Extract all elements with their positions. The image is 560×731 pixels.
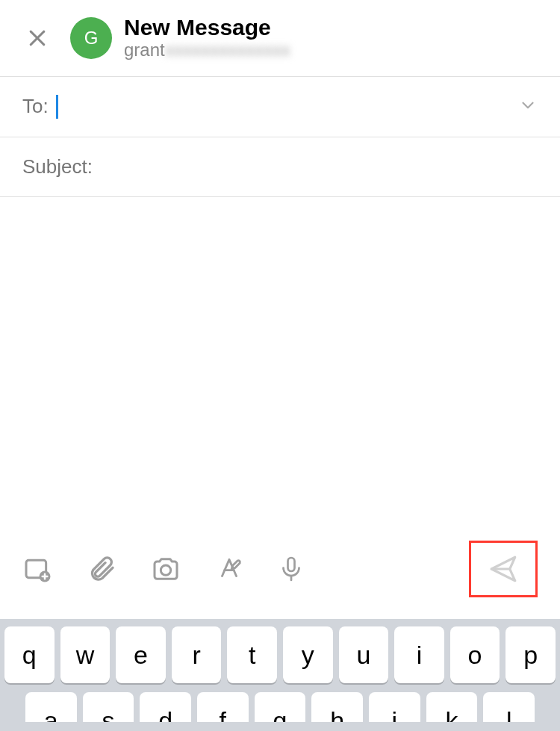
- compose-title: New Message: [124, 15, 290, 40]
- key-k[interactable]: k: [426, 692, 478, 722]
- key-j[interactable]: j: [369, 692, 420, 722]
- key-a[interactable]: a: [25, 692, 77, 722]
- send-icon: [488, 553, 519, 585]
- key-g[interactable]: g: [255, 692, 306, 722]
- subject-label: Subject:: [22, 155, 93, 178]
- compose-body[interactable]: [0, 197, 560, 518]
- sender-blurred: xxxxxxxxxxxxxx: [165, 40, 290, 60]
- key-d[interactable]: d: [140, 692, 191, 722]
- key-y[interactable]: y: [283, 626, 333, 683]
- key-l[interactable]: l: [483, 692, 535, 722]
- to-label: To:: [22, 95, 49, 118]
- insert-card-icon[interactable]: [22, 554, 52, 584]
- svg-point-6: [161, 565, 170, 575]
- text-cursor: [56, 95, 58, 119]
- keyboard: q w e r t y u i o p a s d f g h j k l: [0, 619, 560, 731]
- key-h[interactable]: h: [311, 692, 363, 722]
- chevron-down-icon[interactable]: [518, 96, 538, 118]
- key-t[interactable]: t: [227, 626, 277, 683]
- sender-line: grantxxxxxxxxxxxxxx: [124, 40, 290, 61]
- key-f[interactable]: f: [197, 692, 249, 722]
- subject-field-row[interactable]: Subject:: [0, 137, 560, 197]
- key-r[interactable]: r: [172, 626, 222, 683]
- key-p[interactable]: p: [505, 626, 556, 683]
- to-field-row[interactable]: To:: [0, 76, 560, 137]
- keyboard-row-2: a s d f g h j k l: [4, 692, 556, 722]
- key-s[interactable]: s: [83, 692, 134, 722]
- sender-prefix: grant: [124, 40, 165, 60]
- compose-header: G New Message grantxxxxxxxxxxxxxx: [0, 0, 560, 76]
- key-u[interactable]: u: [339, 626, 389, 683]
- sender-avatar: G: [70, 17, 112, 59]
- close-icon: [26, 27, 49, 49]
- attachment-icon[interactable]: [87, 554, 116, 584]
- title-block: New Message grantxxxxxxxxxxxxxx: [124, 15, 290, 61]
- compose-toolbar: [0, 541, 560, 605]
- key-e[interactable]: e: [116, 626, 166, 683]
- format-icon[interactable]: [215, 555, 243, 583]
- svg-rect-8: [288, 558, 295, 571]
- send-button[interactable]: [469, 541, 538, 597]
- close-button[interactable]: [22, 23, 52, 53]
- avatar-initial: G: [84, 28, 99, 49]
- key-o[interactable]: o: [450, 626, 500, 683]
- key-i[interactable]: i: [394, 626, 444, 683]
- key-q[interactable]: q: [4, 626, 55, 683]
- camera-icon[interactable]: [151, 554, 181, 584]
- mic-icon[interactable]: [278, 554, 305, 584]
- key-w[interactable]: w: [60, 626, 111, 683]
- keyboard-row-1: q w e r t y u i o p: [4, 626, 556, 683]
